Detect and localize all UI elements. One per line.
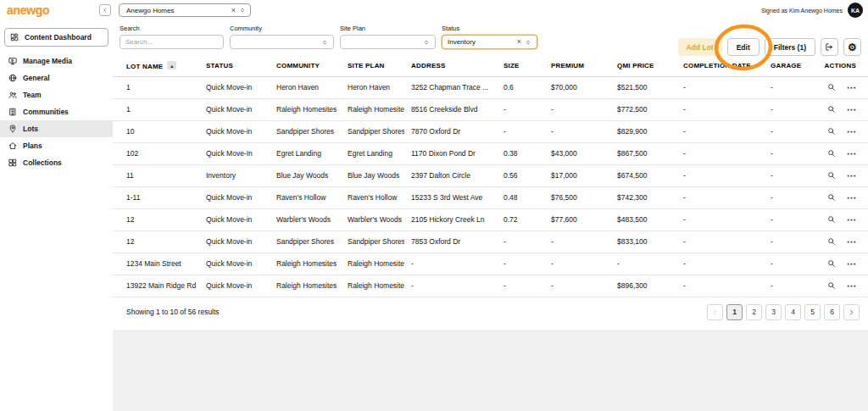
table-row[interactable]: 12Quick Move-inWarbler's WoodsWarbler's … — [113, 208, 868, 230]
more-actions-button[interactable]: ⋯ — [847, 83, 856, 92]
table-cell: $867,500 — [610, 142, 676, 164]
row-actions: ⋯ — [803, 275, 868, 297]
sidebar-item-general[interactable]: General — [0, 69, 113, 86]
table-cell: $77,600 — [544, 208, 610, 230]
sidebar-collapse-button[interactable] — [99, 4, 111, 16]
column-label: ADDRESS — [411, 62, 446, 69]
page-button-6[interactable]: 6 — [824, 304, 840, 320]
view-lot-button[interactable] — [827, 237, 836, 246]
view-lot-button[interactable] — [827, 171, 836, 180]
page-button-5[interactable]: 5 — [804, 304, 821, 320]
view-lot-button[interactable] — [827, 105, 836, 114]
edit-button[interactable]: Edit — [727, 38, 760, 56]
table-cell: - — [676, 98, 764, 120]
view-lot-button[interactable] — [827, 259, 836, 268]
filter-bar: Search Community Site Plan — [113, 20, 868, 55]
community-select[interactable] — [230, 35, 334, 49]
table-cell: 0.56 — [497, 164, 544, 186]
table-cell: - — [610, 253, 676, 275]
more-actions-button[interactable]: ⋯ — [847, 127, 856, 136]
plans-house-icon — [8, 142, 17, 150]
page-button-4[interactable]: 4 — [785, 304, 801, 320]
row-actions: ⋯ — [803, 164, 868, 186]
page-button-3[interactable]: 3 — [765, 304, 782, 320]
table-cell: - — [497, 230, 544, 253]
column-header-status: STATUS — [199, 55, 270, 76]
next-page-button[interactable] — [843, 304, 860, 320]
row-actions: ⋯ — [803, 186, 868, 208]
table-row[interactable]: 1Quick Move-inHeron HavenHeron Haven3252… — [113, 76, 868, 98]
table-cell: - — [764, 253, 803, 275]
site-plan-select[interactable] — [340, 35, 436, 49]
media-icon — [8, 57, 17, 65]
table-cell: Egret Landing — [341, 142, 404, 164]
more-actions-button[interactable]: ⋯ — [847, 259, 856, 269]
column-header-site-plan: SITE PLAN — [341, 55, 404, 76]
column-header-lot-name[interactable]: LOT NAME▴ — [113, 55, 199, 76]
view-lot-button[interactable] — [827, 215, 836, 224]
sidebar-item-label: Collections — [23, 158, 62, 167]
table-row[interactable]: 13922 Main Ridge RdQuick Move-inRaleigh … — [113, 275, 868, 297]
builder-select[interactable]: Anewgo Homes × — [119, 3, 251, 17]
table-row[interactable]: 1-11Quick Move-inRaven's HollowRaven's H… — [113, 186, 868, 208]
settings-button[interactable]: ⚙ — [843, 38, 861, 56]
table-row[interactable]: 102Quick Move-InEgret LandingEgret Landi… — [113, 142, 868, 164]
sidebar-item-content-dashboard[interactable]: Content Dashboard — [4, 28, 108, 47]
page-button-2[interactable]: 2 — [746, 304, 762, 320]
page-button-1[interactable]: 1 — [726, 304, 743, 320]
sidebar-item-plans[interactable]: Plans — [0, 137, 113, 154]
table-cell: Heron Haven — [270, 76, 341, 98]
table-header: LOT NAME▴STATUSCOMMUNITYSITE PLANADDRESS… — [113, 55, 868, 76]
more-actions-button[interactable]: ⋯ — [847, 281, 856, 291]
column-header-garage: GARAGE — [764, 55, 803, 76]
row-actions: ⋯ — [803, 142, 868, 164]
row-actions: ⋯ — [803, 230, 868, 253]
table-row[interactable]: 12Quick Move-inSandpiper ShoresSandpiper… — [113, 230, 868, 253]
table-cell: 12 — [113, 208, 199, 230]
search-input[interactable] — [120, 35, 224, 49]
table-cell: Quick Move-in — [199, 208, 270, 230]
table-cell: Blue Jay Woods — [341, 164, 404, 186]
add-lot-button[interactable]: Add Lot — [678, 38, 722, 56]
more-actions-button[interactable]: ⋯ — [847, 149, 856, 158]
sidebar-item-team[interactable]: Team — [0, 86, 113, 103]
table-footer: Showing 1 to 10 of 56 results 123456 — [113, 297, 868, 330]
more-actions-button[interactable]: ⋯ — [847, 105, 856, 114]
table-row[interactable]: 1234 Main StreetQuick Move-inRaleigh Hom… — [113, 253, 868, 275]
sidebar-item-manage-media[interactable]: Manage Media — [0, 53, 113, 69]
table-row[interactable]: 10Quick Move-inSandpiper ShoresSandpiper… — [113, 120, 868, 142]
view-lot-button[interactable] — [827, 149, 836, 158]
table-cell: Raleigh Homesites — [270, 253, 341, 275]
sidebar-item-label: Lots — [23, 125, 38, 133]
table-cell: - — [404, 253, 497, 275]
more-actions-button[interactable]: ⋯ — [847, 193, 856, 203]
table-row[interactable]: 11InventoryBlue Jay WoodsBlue Jay Woods2… — [113, 164, 868, 186]
clear-status-filter-icon[interactable]: × — [517, 38, 521, 46]
sidebar-item-communities[interactable]: Communities — [0, 103, 113, 120]
table-cell: Raleigh Homesites — [341, 98, 404, 120]
table-cell: 1 — [113, 76, 199, 98]
more-actions-button[interactable]: ⋯ — [847, 237, 856, 247]
table-cell: 2397 Dalton Circle — [404, 164, 497, 186]
column-header-size: SIZE — [497, 55, 544, 76]
view-lot-button[interactable] — [827, 127, 836, 136]
clear-builder-icon[interactable]: × — [231, 7, 236, 14]
export-button[interactable] — [821, 38, 838, 56]
filters-button[interactable]: Filters (1) — [765, 38, 815, 56]
avatar[interactable]: KA — [848, 3, 863, 18]
more-actions-button[interactable]: ⋯ — [847, 215, 856, 225]
table-row[interactable]: 1Quick Move-inRaleigh HomesitesRaleigh H… — [113, 98, 868, 120]
view-lot-button[interactable] — [827, 281, 836, 290]
results-summary: Showing 1 to 10 of 56 results — [126, 308, 220, 316]
sidebar-item-collections[interactable]: Collections — [0, 154, 113, 171]
sidebar: Content DashboardManage MediaGeneralTeam… — [0, 20, 113, 411]
search-label: Search — [120, 25, 224, 32]
sidebar-item-lots[interactable]: Lots — [0, 120, 113, 137]
row-actions: ⋯ — [803, 120, 868, 142]
previous-page-button[interactable] — [707, 304, 723, 320]
view-lot-button[interactable] — [827, 193, 836, 202]
status-select[interactable]: Inventory × — [442, 35, 537, 49]
view-lot-button[interactable] — [827, 83, 836, 92]
more-actions-button[interactable]: ⋯ — [847, 171, 856, 181]
sort-ascending-icon[interactable]: ▴ — [167, 61, 176, 69]
